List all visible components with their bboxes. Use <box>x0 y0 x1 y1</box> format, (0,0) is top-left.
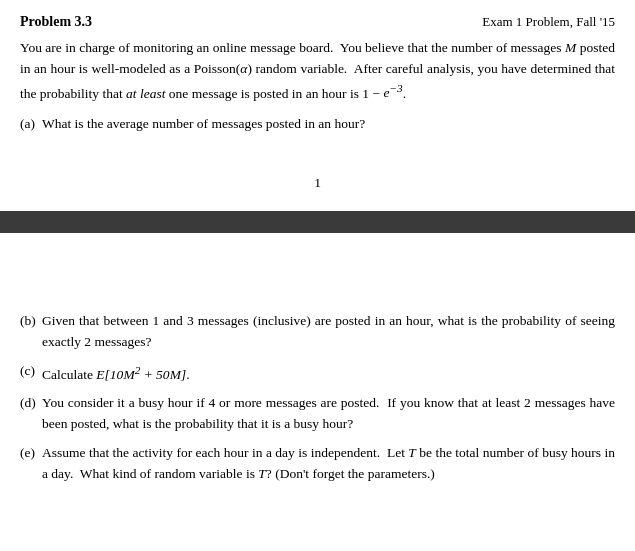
var-T: T <box>408 445 416 460</box>
section-divider <box>0 211 635 233</box>
part-a-content: What is the average number of messages p… <box>42 114 615 135</box>
formula-e: e−3 <box>383 85 402 100</box>
part-a-label: (a) <box>20 114 42 135</box>
part-d-content: You consider it a busy hour if 4 or more… <box>42 393 615 435</box>
part-e: (e) Assume that the activity for each ho… <box>20 443 615 485</box>
part-c-label: (c) <box>20 361 42 385</box>
part-e-label: (e) <box>20 443 42 485</box>
problem-title: Problem 3.3 <box>20 14 92 30</box>
part-b-content: Given that between 1 and 3 messages (inc… <box>42 311 615 353</box>
part-b-label: (b) <box>20 311 42 353</box>
emphasis-at-least: at least <box>126 85 165 100</box>
var-M: M <box>565 40 576 55</box>
answer-space <box>20 251 615 311</box>
part-c: (c) Calculate E[10M2 + 50M]. <box>20 361 615 385</box>
part-a: (a) What is the average number of messag… <box>20 114 615 135</box>
bottom-section: (b) Given that between 1 and 3 messages … <box>0 233 635 551</box>
part-c-content: Calculate E[10M2 + 50M]. <box>42 361 615 385</box>
page-number: 1 <box>20 175 615 191</box>
var-alpha: α <box>240 61 247 76</box>
part-c-formula: E[10M2 + 50M] <box>96 367 186 382</box>
exam-info: Exam 1 Problem, Fall '15 <box>482 14 615 30</box>
var-T-2: T <box>258 466 266 481</box>
problem-text: You are in charge of monitoring an onlin… <box>20 38 615 104</box>
top-section: Problem 3.3 Exam 1 Problem, Fall '15 You… <box>0 0 635 211</box>
part-d-label: (d) <box>20 393 42 435</box>
part-b: (b) Given that between 1 and 3 messages … <box>20 311 615 353</box>
part-e-content: Assume that the activity for each hour i… <box>42 443 615 485</box>
problem-header: Problem 3.3 Exam 1 Problem, Fall '15 <box>20 14 615 30</box>
part-d: (d) You consider it a busy hour if 4 or … <box>20 393 615 435</box>
page: Problem 3.3 Exam 1 Problem, Fall '15 You… <box>0 0 635 551</box>
